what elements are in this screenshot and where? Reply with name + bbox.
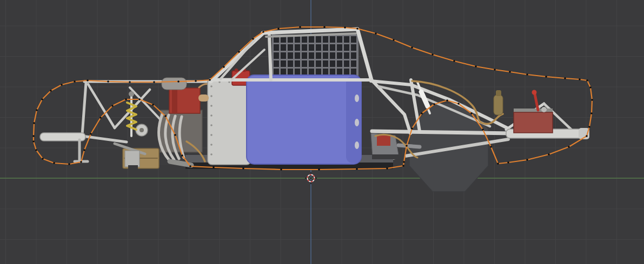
curve-control-point[interactable]	[32, 135, 35, 137]
curve-control-point[interactable]	[446, 99, 448, 101]
curve-control-point[interactable]	[164, 115, 167, 117]
window-net[interactable]	[272, 35, 358, 81]
fuel-cell-cap[interactable]	[541, 107, 547, 112]
curve-control-point[interactable]	[299, 26, 301, 28]
curve-control-point[interactable]	[181, 154, 183, 157]
curve-control-point[interactable]	[61, 84, 63, 86]
spindle-foot[interactable]	[128, 165, 138, 170]
curve-control-point[interactable]	[42, 158, 44, 160]
cage-c-pillar[interactable]	[357, 29, 371, 80]
curve-control-point[interactable]	[280, 168, 282, 171]
curve-control-point[interactable]	[470, 112, 473, 114]
firewall-panel[interactable]	[208, 78, 251, 165]
cage-front-vertical[interactable]	[269, 36, 271, 80]
curve-control-point[interactable]	[74, 80, 76, 83]
curve-control-point[interactable]	[406, 145, 408, 147]
curve-control-point[interactable]	[99, 117, 102, 119]
transmission-mount[interactable]	[372, 154, 406, 159]
curve-control-point[interactable]	[356, 168, 358, 170]
red-lever[interactable]	[535, 94, 538, 110]
curve-control-point[interactable]	[68, 163, 70, 165]
firewall-knob[interactable]	[198, 94, 209, 101]
viewport-canvas[interactable]	[0, 0, 644, 264]
transmission-red-box[interactable]	[377, 136, 390, 146]
door-panel-blue-shade[interactable]	[346, 76, 361, 163]
curve-control-point[interactable]	[545, 76, 547, 78]
curve-control-point[interactable]	[590, 112, 593, 114]
rear-frame-rail[interactable]	[372, 131, 513, 133]
front-shock-mount[interactable]	[129, 91, 134, 97]
crank-pulley-hub[interactable]	[140, 128, 144, 132]
curve-control-point[interactable]	[421, 112, 423, 114]
cage-roof-tube[interactable]	[263, 29, 357, 33]
curve-control-point[interactable]	[111, 105, 114, 107]
curve-control-point[interactable]	[242, 167, 244, 170]
front-clip-nose-tube[interactable]	[82, 83, 86, 135]
curve-control-point[interactable]	[129, 81, 131, 83]
curve-control-point[interactable]	[262, 31, 264, 33]
intake-cylinder[interactable]	[162, 78, 187, 90]
brass-bottle[interactable]	[494, 95, 503, 115]
curve-control-point[interactable]	[90, 133, 92, 135]
curve-control-point[interactable]	[356, 28, 358, 30]
curve-control-point[interactable]	[586, 79, 588, 82]
door-panel-blue[interactable]	[247, 75, 361, 164]
curve-control-point[interactable]	[195, 80, 197, 82]
curve-control-point[interactable]	[411, 127, 413, 130]
curve-control-point[interactable]	[509, 71, 511, 73]
curve-control-point[interactable]	[153, 81, 155, 83]
curve-control-point[interactable]	[152, 104, 154, 106]
curve-control-point[interactable]	[548, 153, 550, 155]
curve-control-point[interactable]	[568, 146, 570, 148]
curve-control-point[interactable]	[125, 98, 127, 100]
curve-control-point[interactable]	[433, 103, 435, 105]
curve-control-point[interactable]	[375, 32, 377, 35]
door-panel-hole-2[interactable]	[355, 119, 359, 126]
door-panel-hole-1[interactable]	[355, 94, 359, 102]
curve-control-point[interactable]	[526, 159, 528, 161]
spindle-bracket[interactable]	[125, 151, 140, 167]
curve-control-point[interactable]	[386, 167, 388, 170]
curve-control-point[interactable]	[490, 146, 492, 148]
curve-control-point[interactable]	[564, 77, 566, 79]
blender-3d-viewport[interactable]	[0, 0, 644, 264]
curve-control-point[interactable]	[431, 53, 434, 56]
curve-control-point[interactable]	[579, 78, 581, 80]
curve-control-point[interactable]	[53, 162, 55, 164]
rear-shock-body[interactable]	[421, 92, 428, 106]
curve-control-point[interactable]	[482, 128, 484, 131]
curve-control-point[interactable]	[80, 161, 82, 163]
curve-control-point[interactable]	[402, 165, 404, 167]
brass-bottle-cap[interactable]	[496, 90, 501, 96]
curve-control-point[interactable]	[213, 166, 215, 168]
tail-shaft[interactable]	[399, 145, 420, 147]
curve-control-point[interactable]	[497, 163, 499, 165]
curve-control-point[interactable]	[318, 168, 320, 171]
curve-control-point[interactable]	[453, 60, 455, 62]
curve-control-point[interactable]	[189, 165, 191, 167]
curve-control-point[interactable]	[32, 140, 35, 143]
curve-control-point[interactable]	[252, 38, 254, 40]
curve-control-point[interactable]	[35, 149, 37, 151]
red-lever-knob[interactable]	[532, 90, 537, 95]
curve-control-point[interactable]	[83, 149, 85, 151]
fuel-cell[interactable]	[514, 112, 553, 133]
door-panel-hole-3[interactable]	[355, 141, 359, 149]
curve-control-point[interactable]	[588, 126, 590, 128]
curve-control-point[interactable]	[223, 66, 225, 68]
curve-control-point[interactable]	[393, 39, 395, 41]
curve-control-point[interactable]	[411, 46, 413, 49]
curve-control-point[interactable]	[107, 80, 109, 83]
curve-control-point[interactable]	[586, 135, 588, 137]
curve-control-point[interactable]	[209, 79, 211, 81]
curve-control-point[interactable]	[475, 65, 477, 67]
curve-control-point[interactable]	[507, 161, 509, 164]
curve-control-point[interactable]	[277, 28, 280, 30]
curve-control-point[interactable]	[589, 86, 592, 89]
curve-control-point[interactable]	[33, 122, 35, 124]
curve-control-point[interactable]	[591, 99, 593, 101]
curve-control-point[interactable]	[494, 69, 496, 71]
front-clip-diag-tube-1[interactable]	[88, 84, 115, 128]
curve-control-point[interactable]	[457, 103, 460, 105]
curve-control-point[interactable]	[344, 26, 346, 29]
